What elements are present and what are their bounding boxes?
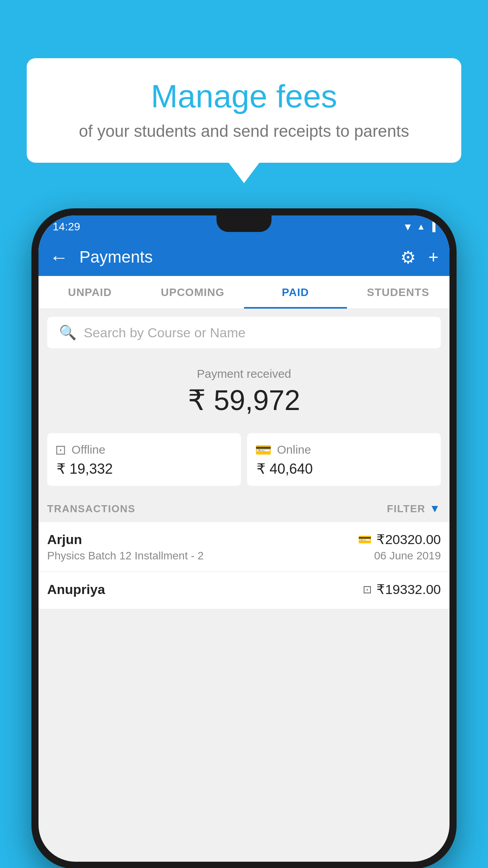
transaction-amount-wrap: 💳 ₹20320.00 — [358, 531, 441, 547]
transaction-amount-wrap: ⊡ ₹19332.00 — [363, 581, 441, 597]
main-content: 🔍 Search by Course or Name Payment recei… — [39, 309, 449, 609]
transactions-header: TRANSACTIONS FILTER ▼ — [39, 495, 449, 522]
transaction-amount: ₹19332.00 — [376, 581, 441, 597]
status-icons: ▼ ▲ ▐ — [403, 221, 435, 233]
settings-icon[interactable]: ⚙ — [400, 247, 416, 267]
transaction-amount: ₹20320.00 — [376, 531, 441, 547]
phone-frame: 14:29 ▼ ▲ ▐ ← Payments ⚙ + UNPAID — [31, 208, 457, 868]
search-input[interactable]: Search by Course or Name — [84, 325, 246, 340]
online-icon: 💳 — [255, 442, 272, 458]
offline-card-header: ⊡ Offline — [55, 442, 233, 458]
wifi-icon: ▼ — [403, 221, 413, 233]
transaction-course: Physics Batch 12 Installment - 2 — [47, 550, 204, 562]
signal-icon: ▲ — [417, 222, 426, 232]
online-payment-icon: 💳 — [358, 533, 372, 546]
search-bar[interactable]: 🔍 Search by Course or Name — [47, 317, 441, 348]
tab-upcoming[interactable]: UPCOMING — [141, 276, 244, 309]
offline-amount: ₹ 19,332 — [55, 461, 233, 477]
transaction-row-top: Anupriya ⊡ ₹19332.00 — [47, 581, 441, 597]
search-container: 🔍 Search by Course or Name — [39, 309, 449, 356]
filter-icon: ▼ — [429, 502, 441, 515]
transaction-row[interactable]: Anupriya ⊡ ₹19332.00 — [39, 572, 449, 609]
payment-amount: ₹ 59,972 — [47, 384, 441, 417]
phone-screen: 14:29 ▼ ▲ ▐ ← Payments ⚙ + UNPAID — [39, 215, 449, 862]
payment-received-label: Payment received — [47, 367, 441, 381]
speech-bubble: Manage fees of your students and send re… — [27, 58, 461, 163]
notch — [216, 215, 272, 232]
app-bar: ← Payments ⚙ + — [39, 238, 449, 276]
filter-button[interactable]: FILTER ▼ — [387, 502, 441, 515]
speech-bubble-title: Manage fees — [50, 79, 438, 114]
filter-label: FILTER — [387, 503, 426, 515]
offline-label: Offline — [72, 443, 105, 456]
tab-students[interactable]: STUDENTS — [347, 276, 450, 309]
offline-icon: ⊡ — [55, 442, 66, 458]
payment-cards: ⊡ Offline ₹ 19,332 💳 Online ₹ 40,640 — [39, 433, 449, 495]
tab-paid[interactable]: PAID — [244, 276, 347, 309]
transaction-row-bottom: Physics Batch 12 Installment - 2 06 June… — [47, 550, 441, 562]
back-button[interactable]: ← — [50, 246, 68, 268]
transaction-row-top: Arjun 💳 ₹20320.00 — [47, 531, 441, 547]
tabs-bar: UNPAID UPCOMING PAID STUDENTS — [39, 276, 449, 309]
status-bar: 14:29 ▼ ▲ ▐ — [39, 215, 449, 238]
payment-summary: Payment received ₹ 59,972 — [39, 356, 449, 433]
online-amount: ₹ 40,640 — [255, 461, 433, 477]
online-card: 💳 Online ₹ 40,640 — [247, 433, 441, 486]
online-card-header: 💳 Online — [255, 442, 433, 458]
transaction-name: Anupriya — [47, 582, 105, 597]
tab-unpaid[interactable]: UNPAID — [39, 276, 141, 309]
offline-card: ⊡ Offline ₹ 19,332 — [47, 433, 241, 486]
online-label: Online — [277, 443, 311, 456]
transaction-row[interactable]: Arjun 💳 ₹20320.00 Physics Batch 12 Insta… — [39, 522, 449, 572]
add-icon[interactable]: + — [428, 247, 438, 267]
battery-icon: ▐ — [429, 222, 435, 232]
search-icon: 🔍 — [59, 324, 77, 341]
page-title: Payments — [79, 248, 393, 267]
status-time: 14:29 — [53, 221, 80, 233]
offline-payment-icon: ⊡ — [363, 583, 372, 596]
transactions-label: TRANSACTIONS — [47, 503, 136, 515]
transaction-date: 06 June 2019 — [374, 550, 441, 562]
speech-bubble-subtitle: of your students and send receipts to pa… — [50, 122, 438, 141]
transaction-name: Arjun — [47, 532, 82, 547]
app-bar-icons: ⚙ + — [400, 247, 438, 267]
